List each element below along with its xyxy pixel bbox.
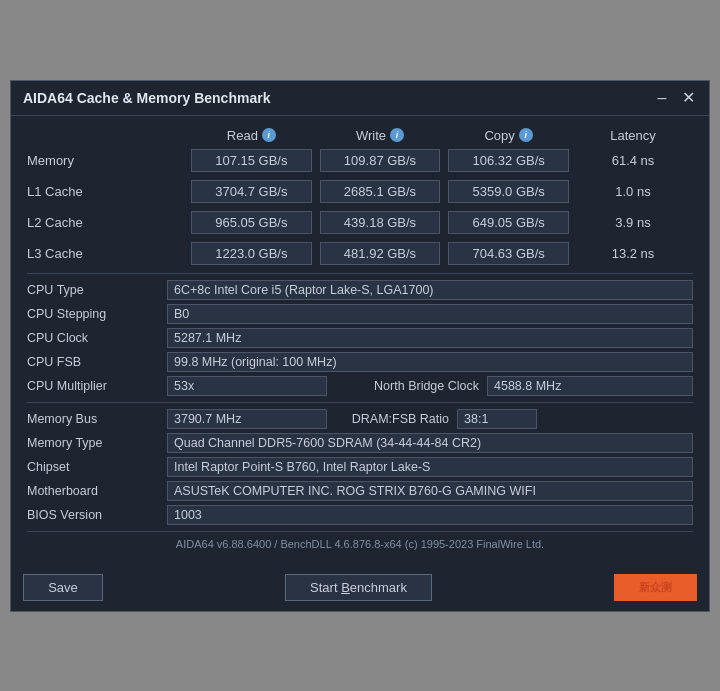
info-value: Quad Channel DDR5-7600 SDRAM (34-44-44-8…	[167, 433, 693, 453]
copy-value: 704.63 GB/s	[448, 242, 569, 265]
column-headers: Read i Write i Copy i Latency	[27, 126, 693, 145]
latency-value: 1.0 ns	[573, 184, 693, 199]
bench-label: Memory	[27, 153, 187, 168]
north-bridge-label: North Bridge Clock	[327, 379, 487, 393]
footer-text: AIDA64 v6.88.6400 / BenchDLL 4.6.876.8-x…	[27, 531, 693, 550]
write-value: 439.18 GB/s	[320, 211, 441, 234]
dram-fsb-value: 38:1	[457, 409, 537, 429]
read-value: 965.05 GB/s	[191, 211, 312, 234]
main-window: AIDA64 Cache & Memory Benchmark – ✕ Read…	[10, 80, 710, 612]
cpu-info-row: CPU FSB 99.8 MHz (original: 100 MHz)	[27, 352, 693, 372]
cpu-multiplier-label: CPU Multiplier	[27, 379, 167, 393]
cpu-multiplier-row: CPU Multiplier 53x North Bridge Clock 45…	[27, 376, 693, 396]
memory-bus-label: Memory Bus	[27, 412, 167, 426]
latency-header: Latency	[573, 128, 693, 143]
memory-bus-row: Memory Bus 3790.7 MHz DRAM:FSB Ratio 38:…	[27, 409, 693, 429]
button-bar: Save Start Benchmark 新众测	[11, 568, 709, 611]
info-value: 99.8 MHz (original: 100 MHz)	[167, 352, 693, 372]
info-value: 6C+8c Intel Core i5 (Raptor Lake-S, LGA1…	[167, 280, 693, 300]
write-info-icon[interactable]: i	[390, 128, 404, 142]
read-value: 1223.0 GB/s	[191, 242, 312, 265]
copy-value: 106.32 GB/s	[448, 149, 569, 172]
info-label: CPU FSB	[27, 355, 167, 369]
read-info-icon[interactable]: i	[262, 128, 276, 142]
info-label: CPU Clock	[27, 331, 167, 345]
info-value: B0	[167, 304, 693, 324]
content-area: Read i Write i Copy i Latency Memory 107…	[11, 116, 709, 568]
bench-row-memory: Memory 107.15 GB/s 109.87 GB/s 106.32 GB…	[27, 149, 693, 172]
cpu-info-section: CPU Type 6C+8c Intel Core i5 (Raptor Lak…	[27, 280, 693, 396]
write-value: 481.92 GB/s	[320, 242, 441, 265]
copy-value: 5359.0 GB/s	[448, 180, 569, 203]
save-button[interactable]: Save	[23, 574, 103, 601]
info-value: Intel Raptor Point-S B760, Intel Raptor …	[167, 457, 693, 477]
write-value: 2685.1 GB/s	[320, 180, 441, 203]
bench-row-l1-cache: L1 Cache 3704.7 GB/s 2685.1 GB/s 5359.0 …	[27, 180, 693, 203]
info-label: CPU Stepping	[27, 307, 167, 321]
mem-info-row: Motherboard ASUSTeK COMPUTER INC. ROG ST…	[27, 481, 693, 501]
newuser-button[interactable]: 新众测	[614, 574, 697, 601]
info-value: 5287.1 MHz	[167, 328, 693, 348]
mem-info-row: Chipset Intel Raptor Point-S B760, Intel…	[27, 457, 693, 477]
copy-value: 649.05 GB/s	[448, 211, 569, 234]
write-value: 109.87 GB/s	[320, 149, 441, 172]
bench-label: L2 Cache	[27, 215, 187, 230]
cpu-info-row: CPU Clock 5287.1 MHz	[27, 328, 693, 348]
copy-info-icon[interactable]: i	[519, 128, 533, 142]
info-label: CPU Type	[27, 283, 167, 297]
window-title: AIDA64 Cache & Memory Benchmark	[23, 90, 270, 106]
read-value: 107.15 GB/s	[191, 149, 312, 172]
mem-info-row: BIOS Version 1003	[27, 505, 693, 525]
info-label: BIOS Version	[27, 508, 167, 522]
info-label: Motherboard	[27, 484, 167, 498]
read-header: Read i	[187, 128, 316, 143]
info-label: Chipset	[27, 460, 167, 474]
bench-label: L1 Cache	[27, 184, 187, 199]
copy-header: Copy i	[444, 128, 573, 143]
info-value: ASUSTeK COMPUTER INC. ROG STRIX B760-G G…	[167, 481, 693, 501]
latency-value: 61.4 ns	[573, 153, 693, 168]
dram-fsb-label: DRAM:FSB Ratio	[327, 412, 457, 426]
mem-info-row: Memory Type Quad Channel DDR5-7600 SDRAM…	[27, 433, 693, 453]
start-benchmark-button[interactable]: Start Benchmark	[285, 574, 432, 601]
north-bridge-value: 4588.8 MHz	[487, 376, 693, 396]
read-value: 3704.7 GB/s	[191, 180, 312, 203]
info-value: 1003	[167, 505, 693, 525]
mem-info-section: Memory Bus 3790.7 MHz DRAM:FSB Ratio 38:…	[27, 409, 693, 525]
bench-label: L3 Cache	[27, 246, 187, 261]
title-bar: AIDA64 Cache & Memory Benchmark – ✕	[11, 81, 709, 116]
bench-row-l3-cache: L3 Cache 1223.0 GB/s 481.92 GB/s 704.63 …	[27, 242, 693, 265]
cpu-multiplier-value: 53x	[167, 376, 327, 396]
benchmark-rows: Memory 107.15 GB/s 109.87 GB/s 106.32 GB…	[27, 149, 693, 265]
window-controls: – ✕	[653, 89, 697, 107]
write-header: Write i	[316, 128, 445, 143]
info-label: Memory Type	[27, 436, 167, 450]
cpu-info-row: CPU Stepping B0	[27, 304, 693, 324]
cpu-info-row: CPU Type 6C+8c Intel Core i5 (Raptor Lak…	[27, 280, 693, 300]
latency-value: 13.2 ns	[573, 246, 693, 261]
latency-value: 3.9 ns	[573, 215, 693, 230]
bench-row-l2-cache: L2 Cache 965.05 GB/s 439.18 GB/s 649.05 …	[27, 211, 693, 234]
memory-bus-value: 3790.7 MHz	[167, 409, 327, 429]
minimize-button[interactable]: –	[653, 89, 671, 107]
close-button[interactable]: ✕	[679, 89, 697, 107]
